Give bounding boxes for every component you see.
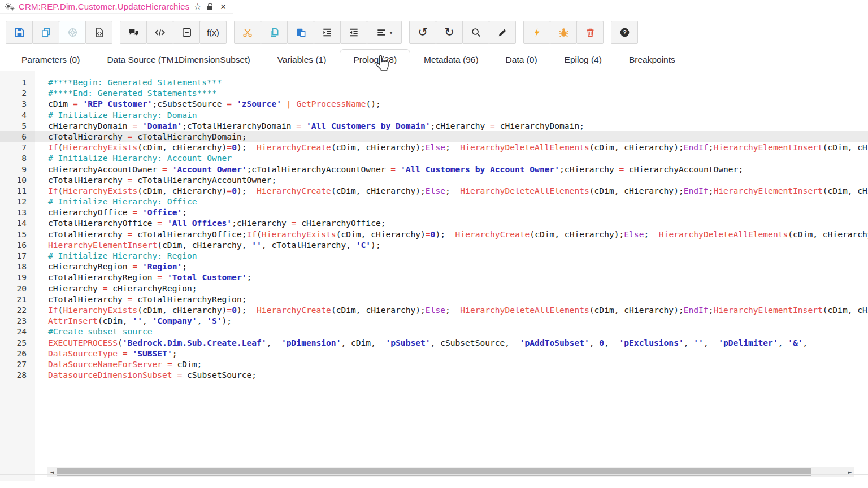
delete-trash-button[interactable] [576, 21, 604, 44]
unlock-icon[interactable] [206, 2, 214, 11]
code-text: cTotalHierarchy = cTotalHierarchyDomain; [35, 131, 868, 142]
globe-button[interactable] [59, 21, 86, 44]
code-line[interactable]: 4# Initialize Hierarchy: Domain [0, 110, 868, 120]
search-button[interactable] [462, 21, 489, 44]
run-lightning-button[interactable] [523, 21, 550, 44]
edit-pencil-button[interactable] [489, 21, 516, 44]
debug-bug-icon [558, 27, 569, 38]
tab-data-source-tm1dimensionsubset[interactable]: Data Source (TM1DimensionSubset) [93, 49, 263, 71]
indent-icon [322, 27, 333, 38]
code-text: cHierarchyDomain = 'Domain';cTotalHierar… [35, 120, 868, 131]
code-text: cHierarchy = cHierarchyRegion; [35, 283, 868, 294]
code-file-button[interactable] [85, 21, 112, 44]
line-number: 21 [0, 294, 35, 304]
toolbar-group: ↺↻ [409, 21, 516, 44]
outdent-button[interactable] [340, 21, 367, 44]
code-line[interactable]: 7If(HierarchyExists(cDim, cHierarchy)=0)… [0, 142, 868, 152]
code-line[interactable]: 13cHierarchyOffice = 'Office'; [0, 207, 868, 217]
code-text: If(HierarchyExists(cDim, cHierarchy)=0);… [35, 304, 868, 315]
code-text: cHierarchyRegion = 'Region'; [35, 261, 868, 272]
code-line[interactable]: 24#Create subset source [0, 326, 868, 337]
code-line[interactable]: 21cTotalHierarchy = cTotalHierarchyRegio… [0, 294, 868, 304]
collapse-box-button[interactable] [173, 21, 200, 44]
code-line[interactable]: 16HierarchyElementInsert(cDim, cHierarch… [0, 239, 868, 250]
chevron-down-icon: ▾ [389, 29, 392, 36]
cut-button[interactable] [234, 21, 261, 44]
code-line[interactable]: 17# Initialize Hierarchy: Region [0, 250, 868, 261]
process-window-tab[interactable]: CRM:REP.Dim.Customer.UpdateHierarchies ☆… [0, 0, 233, 14]
tab-variables-1[interactable]: Variables (1) [264, 49, 340, 71]
window-tab-bar: CRM:REP.Dim.Customer.UpdateHierarchies ☆… [0, 0, 868, 14]
code-tags-button[interactable] [146, 21, 173, 44]
line-number: 4 [0, 110, 35, 120]
code-editor[interactable]: 1#****Begin: Generated Statements***2#**… [0, 71, 868, 481]
redo-button[interactable]: ↻ [436, 21, 463, 44]
tab-parameters-0[interactable]: Parameters (0) [8, 49, 93, 71]
code-line[interactable]: 12# Initialize Hierarchy: Office [0, 196, 868, 207]
scrollbar-track[interactable] [57, 467, 845, 477]
save-button[interactable] [6, 21, 33, 44]
line-number: 18 [0, 261, 35, 272]
copy-pages-icon [269, 27, 280, 38]
copy-document-button[interactable] [32, 21, 59, 44]
tab-prolog-28[interactable]: Prolog (28) [340, 49, 410, 71]
save-icon [14, 27, 25, 38]
undo-button[interactable]: ↺ [409, 21, 436, 44]
tab-breakpoints[interactable]: Breakpoints [615, 49, 689, 71]
code-text: EXECUTEPROCESS('Bedrock.Dim.Sub.Create.L… [35, 337, 868, 348]
format-lines-button[interactable]: ▾ [367, 21, 402, 44]
code-line[interactable]: 14cTotalHierarchyOffice = 'All Offices';… [0, 217, 868, 228]
line-number: 5 [0, 120, 35, 131]
code-line[interactable]: 28DatasourceDimensionSubset = cSubsetSou… [0, 369, 868, 380]
line-number: 14 [0, 217, 35, 228]
code-line[interactable]: 27DataSourceNameForServer = cDim; [0, 359, 868, 369]
code-line[interactable]: 11If(HierarchyExists(cDim, cHierarchy)=0… [0, 185, 868, 196]
code-line[interactable]: 20cHierarchy = cHierarchyRegion; [0, 283, 868, 294]
code-line[interactable]: 18cHierarchyRegion = 'Region'; [0, 261, 868, 272]
tab-metadata-96[interactable]: Metadata (96) [410, 49, 492, 71]
code-text: # Initialize Hierarchy: Account Owner [35, 152, 868, 163]
line-number: 11 [0, 185, 35, 196]
line-number: 6 [0, 131, 35, 142]
horizontal-scrollbar[interactable]: ◄ ► [47, 467, 854, 477]
line-number: 22 [0, 304, 35, 315]
code-line[interactable]: 9cHierarchyAccountOwner = 'Account Owner… [0, 164, 868, 175]
close-tab-icon[interactable]: × [220, 2, 227, 12]
tab-epilog-4[interactable]: Epilog (4) [551, 49, 615, 71]
indent-button[interactable] [314, 21, 341, 44]
code-line[interactable]: 6cTotalHierarchy = cTotalHierarchyDomain… [0, 131, 868, 142]
debug-bug-button[interactable] [550, 21, 577, 44]
code-text: cTotalHierarchy = cTotalHierarchyRegion; [35, 294, 868, 304]
code-line[interactable]: 23AttrInsert(cDim, '', 'Company', 'S'); [0, 315, 868, 326]
copy-pages-button[interactable] [261, 21, 288, 44]
code-line[interactable]: 5cHierarchyDomain = 'Domain';cTotalHiera… [0, 120, 868, 131]
code-line[interactable]: 1#****Begin: Generated Statements*** [0, 77, 868, 88]
paste-button[interactable] [287, 21, 314, 44]
toolbar-group [523, 21, 604, 44]
code-line[interactable]: 22If(HierarchyExists(cDim, cHierarchy)=0… [0, 304, 868, 315]
line-number: 10 [0, 175, 35, 185]
code-line[interactable]: 3cDim = 'REP Customer';cSubsetSource = '… [0, 98, 868, 109]
code-line[interactable]: 10cTotalHierarchy = cTotalHierarchyAccou… [0, 175, 868, 185]
code-text: HierarchyElementInsert(cDim, cHierarchy,… [35, 239, 868, 250]
code-line[interactable]: 8# Initialize Hierarchy: Account Owner [0, 152, 868, 163]
code-text: cTotalHierarchy = cTotalHierarchyOffice;… [35, 229, 868, 239]
code-line[interactable]: 25EXECUTEPROCESS('Bedrock.Dim.Sub.Create… [0, 337, 868, 348]
scroll-right-arrow-icon[interactable]: ► [845, 467, 854, 477]
favorite-star-icon[interactable]: ☆ [193, 2, 201, 11]
code-line[interactable]: 19cTotalHierarchyRegion = 'Total Custome… [0, 272, 868, 282]
code-text: DatasourceDimensionSubset = cSubsetSourc… [35, 369, 868, 380]
help-button[interactable]: ? [611, 21, 638, 44]
comments-button[interactable] [120, 21, 147, 44]
line-number: 2 [0, 88, 35, 98]
scroll-left-arrow-icon[interactable]: ◄ [47, 467, 57, 477]
code-line[interactable]: 26DataSourceType = 'SUBSET'; [0, 348, 868, 359]
line-number: 23 [0, 315, 35, 326]
tab-data-0[interactable]: Data (0) [492, 49, 551, 71]
code-line[interactable]: 15cTotalHierarchy = cTotalHierarchyOffic… [0, 229, 868, 239]
toolbar-group: f(x) [120, 21, 227, 44]
code-line[interactable]: 2#****End: Generated Statements**** [0, 88, 868, 98]
function-fx-button[interactable]: f(x) [199, 21, 227, 44]
line-number: 27 [0, 359, 35, 369]
code-lines: 1#****Begin: Generated Statements***2#**… [0, 71, 868, 380]
